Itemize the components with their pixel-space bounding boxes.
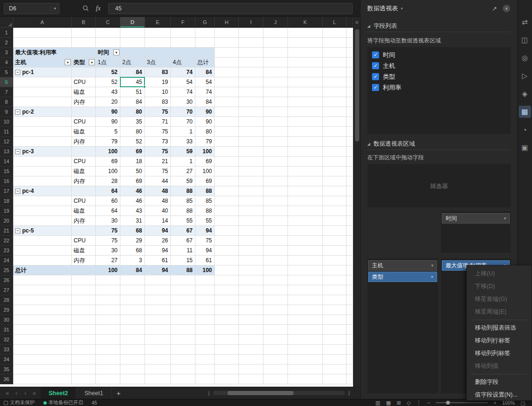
cell-A31[interactable]	[13, 325, 72, 335]
cell-H30[interactable]	[215, 315, 239, 325]
cell-L35[interactable]	[323, 365, 346, 374]
cell-C27[interactable]	[96, 285, 120, 295]
cell-J34[interactable]	[263, 355, 288, 365]
cell-J16[interactable]	[263, 176, 288, 186]
cell-L1[interactable]	[323, 28, 346, 38]
column-header-L[interactable]: L	[323, 17, 346, 28]
cell-G34[interactable]	[195, 355, 215, 365]
cell-L21[interactable]	[323, 226, 346, 236]
cell-E6[interactable]: 19	[145, 77, 171, 87]
cell-D9[interactable]: 80	[120, 107, 145, 117]
cell-H33[interactable]	[215, 345, 239, 355]
row-header-22[interactable]: 22	[0, 236, 13, 246]
cell-C1[interactable]	[96, 28, 120, 38]
cell-D16[interactable]: 69	[120, 176, 145, 186]
cell-I16[interactable]	[239, 176, 263, 186]
column-header-B[interactable]: B	[72, 17, 96, 28]
cell-A22[interactable]	[13, 236, 72, 246]
cell-I35[interactable]	[239, 365, 263, 374]
cell-E2[interactable]	[145, 38, 171, 48]
cell-L17[interactable]	[323, 186, 346, 196]
cell-I22[interactable]	[239, 236, 263, 246]
insert-function-button[interactable]: fx	[96, 5, 101, 12]
cell-H24[interactable]	[215, 256, 239, 265]
row-header-28[interactable]: 28	[0, 295, 13, 305]
cell-I9[interactable]	[239, 107, 263, 117]
cell-F5[interactable]: 74	[171, 67, 195, 77]
cell-I3[interactable]	[239, 48, 263, 58]
cell-B20[interactable]: 内存	[72, 216, 96, 226]
cell-E24[interactable]: 61	[145, 256, 171, 265]
column-header-F[interactable]: F	[171, 17, 195, 28]
cell-D11[interactable]: 80	[120, 127, 145, 137]
cell-B16[interactable]: 内存	[72, 176, 96, 186]
field-list-section-header[interactable]: ◢ 字段列表	[367, 21, 510, 32]
scrollbar-grip-left[interactable]: ∥	[208, 390, 210, 396]
cell-I21[interactable]	[239, 226, 263, 236]
cell-B17[interactable]	[72, 186, 96, 196]
field-item-3[interactable]: ✓类型	[367, 71, 511, 82]
cell-D24[interactable]: 3	[120, 256, 145, 265]
cell-G24[interactable]: 61	[195, 256, 215, 265]
cell-G11[interactable]: 80	[195, 127, 215, 137]
horizontal-scrollbar-thumb[interactable]	[228, 391, 294, 395]
cell-I4[interactable]	[239, 58, 263, 67]
cell-A35[interactable]	[13, 365, 72, 374]
cell-C25[interactable]: 100	[96, 265, 120, 275]
cell-C10[interactable]: 90	[96, 117, 120, 127]
cell-H6[interactable]	[215, 77, 239, 87]
cell-C9[interactable]: 90	[96, 107, 120, 117]
vertical-scrollbar[interactable]: ≡	[353, 17, 360, 387]
cell-E25[interactable]: 94	[145, 265, 171, 275]
cell-C32[interactable]	[96, 335, 120, 345]
cell-E13[interactable]: 75	[145, 147, 171, 157]
cell-C19[interactable]: 64	[96, 206, 120, 216]
row-header-24[interactable]: 24	[0, 256, 13, 265]
cell-G3[interactable]	[195, 48, 215, 58]
cell-E12[interactable]: 73	[145, 137, 171, 147]
filter-area[interactable]: 筛选器	[367, 164, 511, 207]
row-header-3[interactable]: 3	[0, 48, 13, 58]
cell-E9[interactable]: 75	[145, 107, 171, 117]
cell-D28[interactable]	[120, 295, 145, 305]
cell-F29[interactable]	[171, 305, 195, 315]
cell-A32[interactable]	[13, 335, 72, 345]
cell-F9[interactable]: 70	[171, 107, 195, 117]
cell-H22[interactable]	[215, 236, 239, 246]
cell-A8[interactable]	[13, 97, 72, 107]
cell-K18[interactable]	[288, 196, 323, 206]
cell-K27[interactable]	[288, 285, 323, 295]
cell-C2[interactable]	[96, 38, 120, 48]
cell-K4[interactable]	[288, 58, 323, 67]
cell-J26[interactable]	[263, 275, 288, 285]
cell-B3[interactable]	[72, 48, 96, 58]
cell-J4[interactable]	[263, 58, 288, 67]
cell-D20[interactable]: 31	[120, 216, 145, 226]
horizontal-scrollbar[interactable]	[213, 391, 345, 395]
cell-D22[interactable]: 29	[120, 236, 145, 246]
cell-C16[interactable]: 28	[96, 176, 120, 186]
cell-A11[interactable]	[13, 127, 72, 137]
cell-A33[interactable]	[13, 345, 72, 355]
cell-F31[interactable]	[171, 325, 195, 335]
cell-D8[interactable]: 84	[120, 97, 145, 107]
cell-F8[interactable]: 30	[171, 97, 195, 107]
cell-B32[interactable]	[72, 335, 96, 345]
row-header-10[interactable]: 10	[0, 117, 13, 127]
cell-A14[interactable]	[13, 157, 72, 166]
cell-G4[interactable]: 总计	[195, 58, 215, 67]
cell-G25[interactable]: 100	[195, 265, 215, 275]
row-header-6[interactable]: 6	[0, 77, 13, 87]
cell-H34[interactable]	[215, 355, 239, 365]
cell-D10[interactable]: 35	[120, 117, 145, 127]
cell-H36[interactable]	[215, 374, 239, 384]
cell-E19[interactable]: 40	[145, 206, 171, 216]
cell-E26[interactable]	[145, 275, 171, 285]
cell-I25[interactable]	[239, 265, 263, 275]
row-header-14[interactable]: 14	[0, 157, 13, 166]
cell-C15[interactable]: 100	[96, 166, 120, 176]
cell-K34[interactable]	[288, 355, 323, 365]
cell-E18[interactable]: 48	[145, 196, 171, 206]
cell-H28[interactable]	[215, 295, 239, 305]
cell-F27[interactable]	[171, 285, 195, 295]
